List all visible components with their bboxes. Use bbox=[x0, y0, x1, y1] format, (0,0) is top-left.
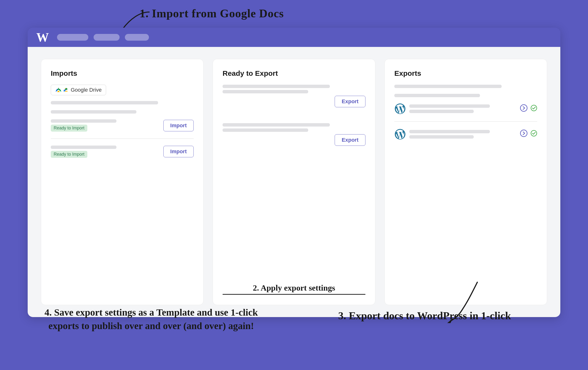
annotation-1: 1. Import from Google Docs bbox=[139, 7, 284, 20]
exports-panel: Exports bbox=[384, 59, 547, 305]
placeholder-line bbox=[222, 123, 330, 127]
export-button-2[interactable]: Export bbox=[335, 134, 366, 146]
placeholder-line bbox=[51, 146, 116, 149]
export-item-1-lines bbox=[222, 85, 366, 93]
divider-1 bbox=[51, 138, 194, 139]
nav-pill-1[interactable] bbox=[57, 34, 88, 41]
placeholder-line bbox=[51, 119, 116, 123]
exports-title: Exports bbox=[394, 69, 537, 77]
browser-logo: W bbox=[36, 30, 49, 44]
placeholder-line bbox=[409, 110, 474, 113]
exports-item-1-lines bbox=[409, 105, 516, 113]
ready-to-import-badge-2: Ready to Import bbox=[51, 151, 87, 158]
spacer bbox=[222, 113, 366, 117]
exports-actions-2 bbox=[520, 129, 537, 139]
exports-item-2-lines bbox=[409, 130, 516, 138]
export-item-2: Export bbox=[222, 123, 366, 146]
imports-panel: Imports bbox=[41, 59, 204, 305]
google-drive-icon bbox=[55, 87, 62, 93]
placeholder-line bbox=[409, 130, 490, 133]
placeholder-line bbox=[222, 85, 330, 88]
svg-point-6 bbox=[520, 130, 527, 137]
annotation-4: 4. Save export settings as a Template an… bbox=[44, 306, 258, 333]
import-button-2[interactable]: Import bbox=[163, 146, 194, 157]
export-item-2-lines bbox=[222, 123, 366, 132]
ready-to-export-panel: Ready to Export Export Export bbox=[213, 59, 375, 305]
import-item-2-left: Ready to Import bbox=[51, 146, 160, 158]
svg-point-7 bbox=[531, 130, 537, 136]
google-drive-button[interactable]: Google Drive bbox=[51, 85, 106, 95]
browser-topbar: W bbox=[28, 28, 560, 47]
wordpress-icon-2 bbox=[394, 128, 406, 140]
placeholder-line bbox=[51, 110, 136, 114]
placeholder-line bbox=[409, 105, 490, 108]
export-item-1: Export bbox=[222, 85, 366, 107]
annotation-2-container: 2. Apply export settings bbox=[222, 279, 366, 295]
annotation-2: 2. Apply export settings bbox=[222, 283, 366, 293]
import-item-2: Ready to Import Import bbox=[51, 146, 194, 158]
placeholder-line bbox=[222, 128, 308, 132]
svg-point-3 bbox=[520, 105, 527, 111]
nav-pill-3[interactable] bbox=[125, 34, 149, 41]
circle-arrow-icon-1[interactable] bbox=[520, 104, 528, 114]
annotation-3: 3. Export docs to WordPress in 1-click bbox=[338, 310, 511, 322]
exports-item-1 bbox=[394, 103, 537, 115]
export-button-1[interactable]: Export bbox=[335, 96, 366, 107]
google-drive-label: Google Drive bbox=[71, 87, 102, 93]
import-button-1[interactable]: Import bbox=[163, 120, 194, 131]
check-icon-1 bbox=[531, 105, 537, 113]
browser-content: Imports bbox=[28, 47, 560, 317]
exports-actions-1 bbox=[520, 104, 537, 114]
check-icon-2 bbox=[531, 130, 537, 138]
ready-to-import-badge-1: Ready to Import bbox=[51, 125, 87, 132]
svg-point-4 bbox=[531, 105, 537, 111]
annotation-2-underline bbox=[222, 294, 366, 295]
nav-pill-2[interactable] bbox=[94, 34, 120, 41]
wordpress-icon-1 bbox=[394, 103, 406, 115]
import-item-1-left: Ready to Import bbox=[51, 119, 160, 132]
divider-2 bbox=[394, 121, 537, 122]
placeholder-line bbox=[51, 101, 158, 105]
placeholder-line bbox=[222, 90, 308, 93]
ready-to-export-title: Ready to Export bbox=[222, 69, 366, 77]
placeholder-line bbox=[394, 94, 480, 97]
placeholder-line bbox=[394, 85, 502, 88]
exports-item-2 bbox=[394, 128, 537, 140]
import-item-1: Ready to Import Import bbox=[51, 119, 194, 132]
circle-arrow-icon-2[interactable] bbox=[520, 129, 528, 139]
browser-window: W Imports bbox=[28, 28, 560, 317]
placeholder-line bbox=[409, 135, 474, 138]
imports-title: Imports bbox=[51, 69, 194, 77]
gdrive-colored-icon bbox=[63, 87, 69, 93]
